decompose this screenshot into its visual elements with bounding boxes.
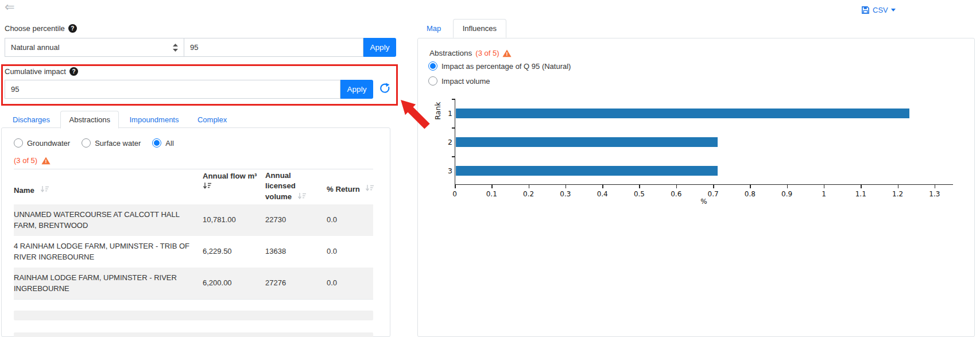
table-row[interactable]: UNNAMED WATERCOURSE AT CALCOTT HALL FARM… <box>14 204 373 236</box>
sort-icon-active[interactable] <box>203 181 212 192</box>
influences-count: (3 of 5) <box>475 49 499 57</box>
empty-row <box>14 311 373 320</box>
radio-icon[interactable] <box>82 138 91 148</box>
divider <box>14 169 373 169</box>
cell-licensed-volume: 22730 <box>265 204 327 236</box>
radio-impact-volume[interactable]: Impact volume <box>428 76 490 86</box>
percentile-value-input[interactable] <box>184 38 363 57</box>
sort-icon[interactable] <box>40 185 49 195</box>
warning-icon: ! <box>41 157 51 165</box>
cell-name: UNNAMED WATERCOURSE AT CALCOTT HALL FARM… <box>14 204 203 236</box>
column-label: Name <box>14 186 34 195</box>
sort-icon[interactable] <box>297 192 307 203</box>
csv-export-button[interactable]: CSV <box>861 6 896 14</box>
radio-icon-checked[interactable] <box>428 61 437 71</box>
svg-text:!: ! <box>506 51 508 57</box>
tab-influences[interactable]: Influences <box>453 19 506 38</box>
cell-percent-return: 0.0 <box>327 268 373 299</box>
radio-icon-checked[interactable] <box>152 138 161 148</box>
cell-name: RAINHAM LODGE FARM, UPMINSTER - RIVER IN… <box>14 268 203 299</box>
column-label: Annual flow m³ <box>203 172 257 180</box>
cumulative-impact-input[interactable] <box>5 80 340 99</box>
choose-percentile-label: Choose percentile <box>5 24 65 33</box>
filter-count: (3 of 5) <box>14 156 37 165</box>
radio-groundwater[interactable]: Groundwater <box>14 138 70 148</box>
tab-impoundments[interactable]: Impoundments <box>121 111 187 128</box>
empty-row <box>14 332 373 337</box>
chart-plot-area <box>455 99 953 185</box>
tab-complex[interactable]: Complex <box>189 111 235 128</box>
tab-abstractions[interactable]: Abstractions <box>60 111 119 129</box>
cell-name: 4 RAINHAM LODGE FARM, UPMINSTER - TRIB O… <box>14 236 203 268</box>
cell-annual-flow: 10,781.00 <box>203 204 265 236</box>
cell-percent-return: 0.0 <box>327 236 373 268</box>
radio-all-label: All <box>165 139 173 148</box>
help-icon[interactable]: ? <box>69 67 78 76</box>
source-filter: Groundwater Surface water All <box>14 138 174 148</box>
svg-text:!: ! <box>45 158 47 164</box>
divider <box>14 299 373 300</box>
cell-annual-flow: 6,229.50 <box>203 236 265 268</box>
cell-annual-flow: 6,200.00 <box>203 268 265 299</box>
save-icon <box>861 6 870 14</box>
influences-title: Abstractions <box>429 49 472 57</box>
column-header-annual-flow[interactable]: Annual flow m³ <box>203 171 266 192</box>
sort-icon[interactable] <box>365 184 374 194</box>
radio-impact-volume-label: Impact volume <box>441 77 490 86</box>
tab-map[interactable]: Map <box>417 20 450 37</box>
y-axis-label: Rank <box>433 99 441 122</box>
tab-discharges[interactable]: Discharges <box>5 111 58 128</box>
column-label: Annual licensed volume <box>265 171 296 201</box>
radio-surface-water[interactable]: Surface water <box>82 138 141 148</box>
radio-all[interactable]: All <box>152 138 173 148</box>
cumulative-impact-label: Cumulative impact <box>5 67 66 76</box>
radio-icon[interactable] <box>428 76 437 86</box>
map-influences-tabs: Map Influences <box>417 19 506 38</box>
cell-licensed-volume: 13638 <box>265 236 327 268</box>
cell-percent-return: 0.0 <box>327 204 373 236</box>
column-header-name[interactable]: Name <box>14 185 49 195</box>
column-header-percent-return[interactable]: % Return <box>327 184 374 194</box>
refresh-icon[interactable] <box>379 83 391 97</box>
radio-surface-water-label: Surface water <box>95 139 141 148</box>
percentile-type-value: Natural annual <box>11 43 60 52</box>
caret-down-icon <box>891 9 896 11</box>
influence-tabs: Discharges Abstractions Impoundments Com… <box>5 111 235 128</box>
radio-impact-percentage[interactable]: Impact as percentage of Q 95 (Natural) <box>428 61 571 71</box>
cumulative-apply-button[interactable]: Apply <box>340 80 373 99</box>
table-row[interactable]: 4 RAINHAM LODGE FARM, UPMINSTER - TRIB O… <box>14 236 373 268</box>
csv-label: CSV <box>873 6 888 14</box>
x-axis-label: % <box>697 197 711 206</box>
select-caret-icon <box>173 44 178 52</box>
radio-groundwater-label: Groundwater <box>27 139 70 148</box>
influences-panel <box>417 38 975 337</box>
percentile-apply-button[interactable]: Apply <box>363 38 396 57</box>
radio-icon[interactable] <box>14 138 23 148</box>
column-label: % Return <box>327 185 360 193</box>
warning-icon: ! <box>502 49 512 57</box>
percentile-type-select[interactable]: Natural annual <box>5 38 184 57</box>
radio-impact-percentage-label: Impact as percentage of Q 95 (Natural) <box>441 62 571 71</box>
help-icon[interactable]: ? <box>68 24 77 33</box>
column-header-licensed-volume[interactable]: Annual licensed volume <box>265 171 323 203</box>
table-row[interactable]: RAINHAM LODGE FARM, UPMINSTER - RIVER IN… <box>14 268 373 299</box>
cell-licensed-volume: 27276 <box>265 268 327 299</box>
back-icon[interactable]: ⇐ <box>5 0 15 14</box>
